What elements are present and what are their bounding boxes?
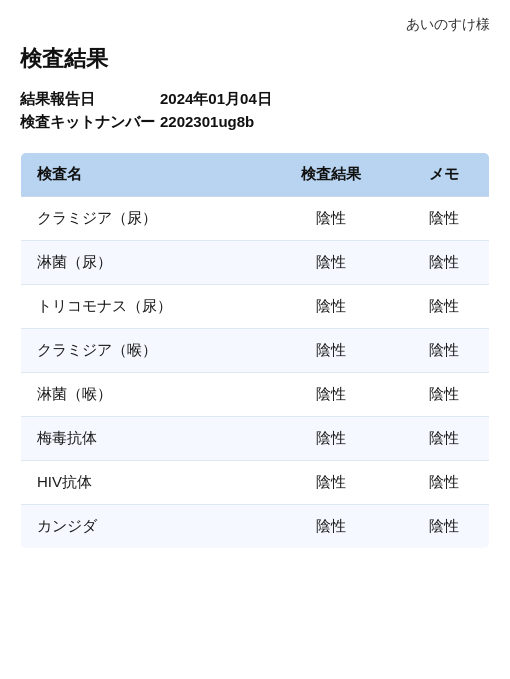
page-wrapper: あいのすけ様 検査結果 結果報告日 2024年01月04日 検査キットナンバー … bbox=[0, 0, 510, 565]
cell-test-result: 陰性 bbox=[264, 461, 398, 505]
cell-test-name: 梅毒抗体 bbox=[21, 417, 265, 461]
results-table: 検査名 検査結果 メモ クラミジア（尿）陰性陰性淋菌（尿）陰性陰性トリコモナス（… bbox=[20, 152, 490, 549]
table-row: 梅毒抗体陰性陰性 bbox=[21, 417, 490, 461]
cell-test-memo: 陰性 bbox=[398, 373, 489, 417]
cell-test-name: クラミジア（尿） bbox=[21, 197, 265, 241]
kit-number-value: 2202301ug8b bbox=[160, 113, 254, 130]
kit-number-row: 検査キットナンバー 2202301ug8b bbox=[20, 113, 490, 132]
cell-test-result: 陰性 bbox=[264, 373, 398, 417]
cell-test-name: 淋菌（尿） bbox=[21, 241, 265, 285]
cell-test-result: 陰性 bbox=[264, 505, 398, 549]
cell-test-name: 淋菌（喉） bbox=[21, 373, 265, 417]
cell-test-result: 陰性 bbox=[264, 329, 398, 373]
cell-test-memo: 陰性 bbox=[398, 285, 489, 329]
table-row: HIV抗体陰性陰性 bbox=[21, 461, 490, 505]
cell-test-memo: 陰性 bbox=[398, 461, 489, 505]
cell-test-name: カンジダ bbox=[21, 505, 265, 549]
report-date-label: 結果報告日 bbox=[20, 90, 160, 109]
cell-test-result: 陰性 bbox=[264, 197, 398, 241]
cell-test-memo: 陰性 bbox=[398, 329, 489, 373]
user-name: あいのすけ様 bbox=[406, 16, 490, 32]
cell-test-memo: 陰性 bbox=[398, 417, 489, 461]
col-header-result: 検査結果 bbox=[264, 153, 398, 197]
cell-test-name: HIV抗体 bbox=[21, 461, 265, 505]
cell-test-name: トリコモナス（尿） bbox=[21, 285, 265, 329]
table-row: 淋菌（喉）陰性陰性 bbox=[21, 373, 490, 417]
table-row: クラミジア（尿）陰性陰性 bbox=[21, 197, 490, 241]
page-title: 検査結果 bbox=[20, 44, 490, 74]
table-row: トリコモナス（尿）陰性陰性 bbox=[21, 285, 490, 329]
meta-info: 結果報告日 2024年01月04日 検査キットナンバー 2202301ug8b bbox=[20, 90, 490, 132]
col-header-name: 検査名 bbox=[21, 153, 265, 197]
col-header-memo: メモ bbox=[398, 153, 489, 197]
table-row: カンジダ陰性陰性 bbox=[21, 505, 490, 549]
cell-test-result: 陰性 bbox=[264, 285, 398, 329]
user-greeting: あいのすけ様 bbox=[20, 16, 490, 34]
table-body: クラミジア（尿）陰性陰性淋菌（尿）陰性陰性トリコモナス（尿）陰性陰性クラミジア（… bbox=[21, 197, 490, 549]
table-header-row: 検査名 検査結果 メモ bbox=[21, 153, 490, 197]
cell-test-memo: 陰性 bbox=[398, 197, 489, 241]
table-row: 淋菌（尿）陰性陰性 bbox=[21, 241, 490, 285]
cell-test-result: 陰性 bbox=[264, 417, 398, 461]
cell-test-memo: 陰性 bbox=[398, 241, 489, 285]
kit-number-label: 検査キットナンバー bbox=[20, 113, 160, 132]
cell-test-memo: 陰性 bbox=[398, 505, 489, 549]
cell-test-name: クラミジア（喉） bbox=[21, 329, 265, 373]
report-date-row: 結果報告日 2024年01月04日 bbox=[20, 90, 490, 109]
report-date-value: 2024年01月04日 bbox=[160, 90, 272, 109]
table-row: クラミジア（喉）陰性陰性 bbox=[21, 329, 490, 373]
cell-test-result: 陰性 bbox=[264, 241, 398, 285]
